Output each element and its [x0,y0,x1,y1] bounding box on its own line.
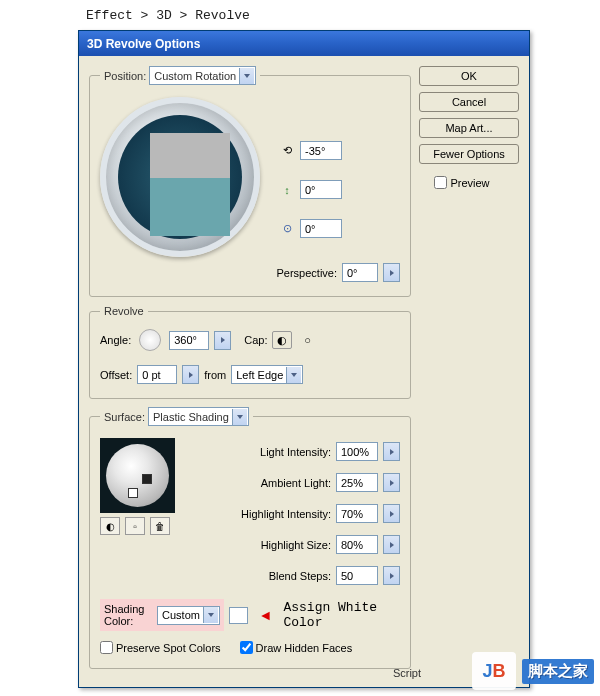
watermark: JB 脚本之家 [472,652,594,690]
jb-logo-icon: JB [472,652,516,690]
spinner-icon[interactable] [383,566,400,585]
shading-color-dropdown[interactable]: Custom [157,606,220,625]
from-label: from [204,369,226,381]
light-preview[interactable] [100,438,175,513]
dialog-title: 3D Revolve Options [87,37,200,51]
revolve-legend: Revolve [100,305,148,317]
chevron-down-icon[interactable] [203,607,218,623]
watermark-text: 脚本之家 [522,659,594,684]
titlebar[interactable]: 3D Revolve Options [79,31,529,56]
highlight-intensity-input[interactable] [336,504,378,523]
preview-checkbox[interactable]: Preview [419,176,505,189]
ambient-light-label: Ambient Light: [190,477,331,489]
blend-steps-label: Blend Steps: [190,570,331,582]
ambient-light-input[interactable] [336,473,378,492]
ok-button[interactable]: OK [419,66,519,86]
offset-input[interactable] [137,365,177,384]
light-handle-main[interactable] [142,474,152,484]
light-handle-secondary[interactable] [128,488,138,498]
shading-color-highlight: Shading Color: Custom [100,599,224,631]
surface-legend: Surface: Plastic Shading [100,407,253,426]
rotate-z-input[interactable] [300,219,342,238]
position-legend: Position: Custom Rotation [100,66,260,85]
delete-light-icon[interactable]: 🗑 [150,517,170,535]
map-art-button[interactable]: Map Art... [419,118,519,138]
cap-label: Cap: [244,334,267,346]
rotate-x-input[interactable] [300,141,342,160]
move-light-back-icon[interactable]: ◐ [100,517,120,535]
fewer-options-button[interactable]: Fewer Options [419,144,519,164]
offset-spinner[interactable] [182,365,199,384]
preserve-spot-checkbox[interactable]: Preserve Spot Colors [100,641,221,654]
perspective-label: Perspective: [276,267,337,279]
cube-front-face [150,178,230,236]
axis-x-icon: ⟲ [279,143,295,159]
cancel-button[interactable]: Cancel [419,92,519,112]
axis-y-icon: ↕ [279,182,295,198]
cube-top-face [150,133,230,178]
axis-z-icon: ⊙ [279,221,295,237]
perspective-spinner[interactable] [383,263,400,282]
angle-label: Angle: [100,334,131,346]
spinner-icon[interactable] [383,442,400,461]
highlight-intensity-label: Highlight Intensity: [190,508,331,520]
chevron-down-icon[interactable] [286,367,301,383]
blend-steps-input[interactable] [336,566,378,585]
surface-dropdown[interactable]: Plastic Shading [148,407,249,426]
cap-on-icon[interactable]: ◐ [272,331,292,349]
script-label: Script [393,667,421,679]
arrow-left-icon: ◄ [259,607,273,623]
position-group: Position: Custom Rotation [89,66,411,297]
angle-spinner[interactable] [214,331,231,350]
surface-group: Surface: Plastic Shading ◐ [89,407,411,669]
spinner-icon[interactable] [383,535,400,554]
chevron-down-icon[interactable] [239,68,254,84]
offset-label: Offset: [100,369,132,381]
perspective-input[interactable] [342,263,378,282]
rotation-trackball[interactable] [100,97,260,257]
annotation-text: Assign White Color [283,600,400,630]
light-intensity-label: Light Intensity: [190,446,331,458]
spinner-icon[interactable] [383,473,400,492]
highlight-size-input[interactable] [336,535,378,554]
dialog-3d-revolve: 3D Revolve Options Position: Custom Rota… [78,30,530,688]
breadcrumb: Effect > 3D > Revolve [0,0,600,23]
chevron-down-icon[interactable] [232,409,247,425]
revolve-group: Revolve Angle: Cap: ◐ ○ Offset: from [89,305,411,399]
highlight-size-label: Highlight Size: [190,539,331,551]
from-dropdown[interactable]: Left Edge [231,365,303,384]
rotate-y-input[interactable] [300,180,342,199]
spinner-icon[interactable] [383,504,400,523]
cap-off-icon[interactable]: ○ [297,331,317,349]
angle-input[interactable] [169,331,209,350]
shading-color-swatch[interactable] [229,607,248,624]
angle-dial[interactable] [139,329,161,351]
light-intensity-input[interactable] [336,442,378,461]
draw-hidden-checkbox[interactable]: Draw Hidden Faces [240,641,353,654]
new-light-icon[interactable]: ▫ [125,517,145,535]
shading-color-label: Shading Color: [104,603,153,627]
position-dropdown[interactable]: Custom Rotation [149,66,256,85]
